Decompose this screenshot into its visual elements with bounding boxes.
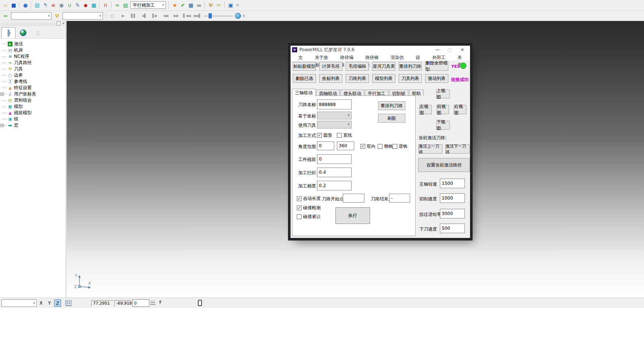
tree-item-boundary[interactable]: ○边界 [0,72,66,78]
bidirectional-checkbox[interactable]: 双向 [360,143,376,150]
clock-icon[interactable] [235,13,241,19]
toolpath-name-input[interactable] [317,99,352,109]
action-button[interactable]: 坐标列表 [319,74,342,83]
left-view-button[interactable]: 左视图 [419,105,432,114]
use-tool-dropdown[interactable]: ∨ [317,121,352,129]
tab-trash[interactable]: ▯ [31,27,45,38]
save-file-icon[interactable]: ■ [10,1,18,9]
go-end-button[interactable]: ▶▶▌ [193,14,202,18]
tool-block-icon[interactable]: ▦ [90,1,98,9]
toolpath-spring-icon[interactable]: ≈ [1,12,10,20]
conventional-checkbox[interactable]: 逆铣 [392,143,408,150]
angle-from-input[interactable] [317,141,334,150]
front-view-button[interactable]: 前视图 [437,105,449,114]
tree-item-toolpath[interactable]: ≈刀具路径 [0,60,66,66]
angle-to-input[interactable] [337,141,354,150]
tree-item-feature-set[interactable]: ▲特征设置 [0,85,66,91]
tree-item-levels[interactable]: ▤层和组合 [0,97,66,103]
speed-input[interactable] [440,193,465,203]
toolbar-close-icon[interactable]: × [235,3,241,8]
coord-base-dropdown[interactable]: ∨ [317,112,352,119]
speed-input[interactable] [440,224,465,233]
bottom-view-button[interactable]: 下视图 [436,121,450,130]
dialog-menu-item[interactable]: 关于 [453,54,470,61]
tree-item-nc-program[interactable]: ≡NC程序 [0,53,66,60]
execute-button[interactable]: 执行 [335,207,370,224]
action-button[interactable]: 计算毛坯 [319,62,342,71]
tree-item-tool[interactable]: Ψ刀具 [0,66,66,72]
right-view-button[interactable]: 右视图 [454,105,466,114]
stepover-input[interactable] [317,168,352,177]
expand-icon[interactable]: + [0,124,4,127]
tree-item-stock-model[interactable]: ▲残留模型 [0,110,66,116]
ruler-icon[interactable]: ▬ [195,1,203,9]
tree-item-model[interactable]: ▦模型 [0,103,66,110]
close-button[interactable]: × [456,46,469,53]
climb-checkbox[interactable]: 顺铣 [378,143,393,150]
dialog-menu-item[interactable]: 文件 [294,54,311,61]
strategy-list-icon[interactable]: ▤ [121,1,129,9]
tool-pair-icon[interactable]: Ψ [207,1,215,9]
go-start-button[interactable]: ▌◀◀ [182,14,191,18]
dialog-menu-item[interactable]: 渲染仿真 [387,54,412,61]
tree-item-pattern[interactable]: ╳参考线 [0,78,66,85]
tree-item-activate[interactable]: ▸激活 [0,41,66,47]
activate-next-button[interactable]: 激活下一刀路 [445,144,470,154]
tab-1[interactable]: 三轴联动 [292,89,316,96]
tree-item-workplane[interactable]: +∠用户坐标系 [0,91,66,97]
action-button[interactable]: 删除已选 [293,74,316,83]
tab-globe[interactable] [16,27,30,38]
refresh-button[interactable]: 刷新 [378,114,405,123]
tab-6[interactable]: 帮助 [409,89,424,96]
dialog-menu-item[interactable]: 路径编辑 [336,54,361,61]
rewind-button[interactable]: ◀◀ [161,14,170,18]
tab-3[interactable]: 摆头联动 [341,89,364,96]
action-button[interactable]: 刀路列表 [346,74,369,83]
edit-toolpath-icon[interactable]: ✎ [74,1,82,9]
collision-detect-checkbox[interactable]: 碰撞检测 [297,205,321,211]
device-icon[interactable] [198,300,202,306]
play-button[interactable]: ▶ [118,14,127,18]
action-button[interactable]: 毛坯编辑 [346,62,369,71]
list-menu-icon[interactable] [150,301,155,305]
collision-check-icon[interactable]: ∪ [65,1,74,9]
pause-button[interactable]: ▌▌ [129,14,138,18]
tree-item-group[interactable]: ▣组 [0,116,66,122]
cursor-z-input[interactable] [132,299,149,307]
shaded-view-icon[interactable]: ● [21,1,29,9]
sim-toolpath-dropdown[interactable]: ∨ [11,12,51,20]
action-button[interactable]: 刀具列表 [399,74,422,83]
x-axis-button[interactable]: X [38,299,45,307]
toolpath-strategy-icon[interactable]: ↰ [41,1,49,9]
action-button[interactable]: 删除全部模型 [425,62,448,71]
cylinder-pair-icon[interactable]: ▣ [227,1,235,9]
collision-avoid-checkbox[interactable]: 碰撞避让 [297,214,321,220]
sim-toolbar-close-icon[interactable]: × [241,13,247,18]
burst-icon[interactable]: ★ [171,1,179,9]
tab-2[interactable]: 四轴联动 [316,89,340,96]
float-panel-icon[interactable] [57,21,61,25]
z-levels-icon[interactable]: ≡ [49,1,57,9]
strategy-dropdown[interactable]: 平行精加工 ∨ [131,1,166,9]
sim-tool-dropdown[interactable]: ∨ [63,12,103,20]
step-forward-button[interactable]: ▌▶ [150,14,159,18]
y-axis-button[interactable]: Y [46,299,53,307]
open-file-icon[interactable]: ▱ [1,1,10,9]
tree-item-machine[interactable]: ▤机床 [0,47,66,53]
action-button[interactable]: 重排列刀路 [399,62,422,71]
speed-input[interactable] [440,209,465,218]
speed-input[interactable] [440,179,465,188]
tolerance-input[interactable] [317,181,352,190]
calculator-icon[interactable]: ▦ [187,1,195,9]
fast-forward-button[interactable]: ▶▶ [172,14,181,18]
tool-ball-icon[interactable]: ◉ [57,1,65,9]
action-button[interactable]: 驱动列表 [425,74,448,83]
toolpath-end-input[interactable] [389,194,410,203]
scissors-icon[interactable]: ✂ [215,1,223,9]
grid-snap-icon[interactable] [65,300,72,306]
minimize-button[interactable]: — [431,46,444,53]
create-points-icon[interactable]: ◆ [82,1,90,9]
panel-close-icon[interactable]: × [61,21,65,25]
toolpath-spring-icon[interactable]: ≈ [113,1,121,9]
stock-remain-input[interactable] [317,154,352,164]
